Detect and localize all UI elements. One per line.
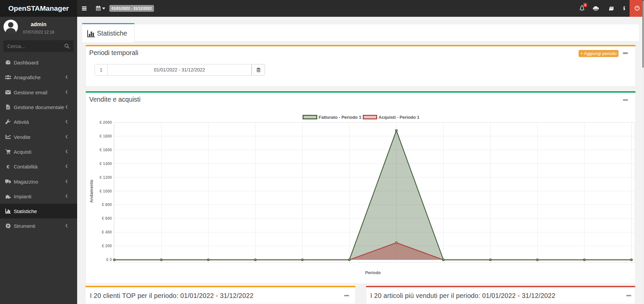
svg-text:1: 1 [584, 3, 586, 7]
svg-text:€ 0: € 0 [106, 257, 112, 262]
svg-text:€ 1400: € 1400 [100, 161, 112, 166]
svg-text:€ 400: € 400 [102, 230, 112, 235]
svg-text:€ 600: € 600 [102, 216, 112, 221]
svg-text:Andamento: Andamento [89, 180, 94, 203]
svg-text:Fatturato - Periodo 1: Fatturato - Periodo 1 [319, 115, 361, 120]
svg-text:€ 2000: € 2000 [100, 120, 112, 125]
svg-text:€ 800: € 800 [102, 202, 112, 207]
svg-text:€ 200: € 200 [102, 244, 112, 248]
svg-text:€ 1600: € 1600 [100, 148, 112, 152]
svg-text:Acquisti - Periodo 1: Acquisti - Periodo 1 [379, 115, 420, 120]
svg-text:€ 1800: € 1800 [100, 134, 112, 139]
svg-text:Periodo: Periodo [365, 270, 381, 275]
svg-text:€ 1200: € 1200 [100, 175, 112, 180]
svg-text:€ 1000: € 1000 [100, 189, 112, 194]
